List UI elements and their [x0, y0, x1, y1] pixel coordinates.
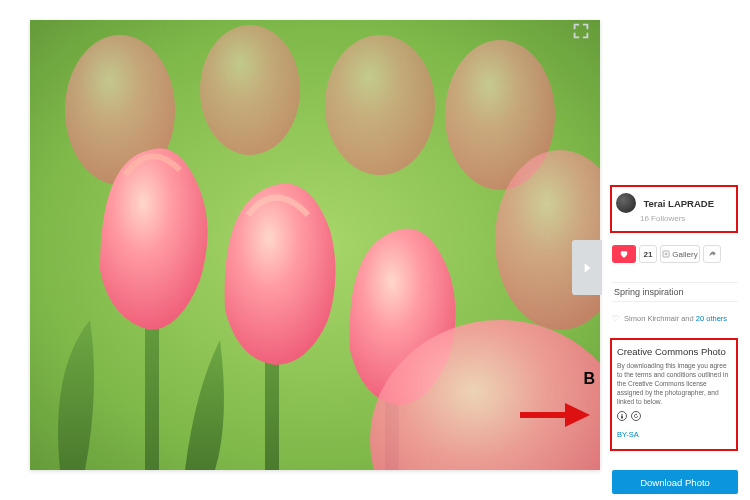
sidebar: Terai LAPRADE 16 Followers 21 Gallery Sp… [610, 0, 740, 500]
svg-point-2 [200, 25, 300, 155]
photo-title: Spring inspiration [614, 287, 736, 297]
action-row: 21 Gallery [612, 245, 738, 263]
share-button[interactable] [703, 245, 721, 263]
cc-license-link[interactable]: BY-SA [617, 430, 639, 439]
annotation-arrow-right [515, 395, 595, 435]
likers-row: ♡ Simon Kirchmair and 20 others [612, 312, 738, 329]
gallery-label: Gallery [672, 250, 697, 259]
svg-point-17 [621, 414, 623, 416]
title-row: Spring inspiration [612, 282, 738, 302]
heart-outline-icon: ♡ [612, 314, 619, 323]
avatar[interactable] [616, 193, 636, 213]
cc-attribution-icon [617, 411, 627, 421]
expand-icon[interactable] [570, 20, 592, 42]
cc-title: Creative Commons Photo [617, 346, 731, 357]
liker-name[interactable]: Simon Kirchmair [624, 314, 679, 323]
cc-sharealike-icon [631, 411, 641, 421]
user-name[interactable]: Terai LAPRADE [643, 198, 714, 209]
annotation-label-b: B [583, 370, 595, 388]
heart-icon [619, 249, 629, 259]
svg-point-3 [325, 35, 435, 175]
svg-marker-13 [565, 403, 590, 427]
like-button[interactable] [612, 245, 636, 263]
others-link[interactable]: 20 others [696, 314, 727, 323]
next-photo-button[interactable] [572, 240, 602, 295]
cc-info-box: Creative Commons Photo By downloading th… [610, 338, 738, 451]
plus-square-icon [662, 250, 670, 258]
user-card: Terai LAPRADE 16 Followers [610, 185, 738, 233]
share-arrow-icon [708, 250, 717, 259]
cc-icons [617, 411, 731, 421]
like-count: 21 [639, 245, 657, 263]
likers-connector: and [681, 314, 694, 323]
download-button[interactable]: Download Photo [612, 470, 738, 494]
gallery-button[interactable]: Gallery [660, 245, 700, 263]
followers-count: 16 Followers [640, 214, 732, 223]
cc-description: By downloading this image you agree to t… [617, 362, 731, 406]
